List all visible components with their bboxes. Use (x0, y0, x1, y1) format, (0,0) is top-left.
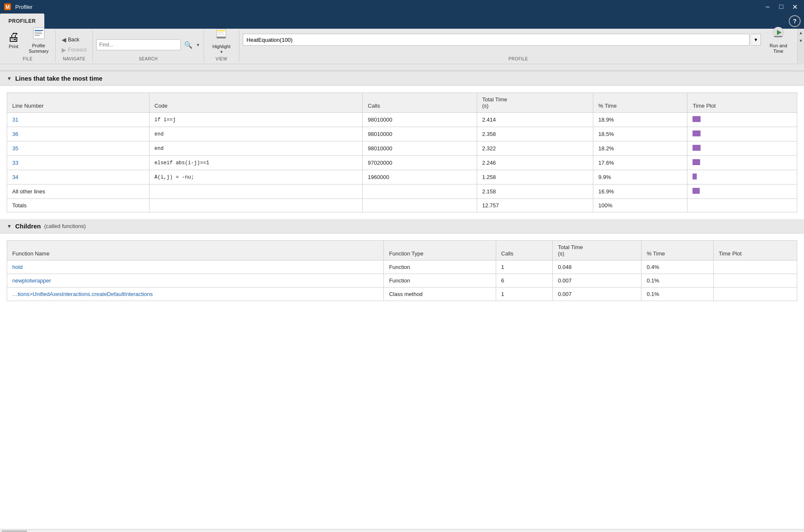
svg-rect-8 (217, 30, 225, 31)
pct-time-cell: 18.9% (593, 113, 687, 127)
line-number-cell[interactable]: 33 (7, 156, 149, 170)
back-label: Back (68, 37, 79, 43)
profile-input[interactable] (243, 34, 750, 46)
profile-group: ▼ Run and Time PROFILE (239, 30, 797, 62)
fn-time-bar-cell (713, 261, 797, 274)
fn-type-cell: Class method (384, 288, 496, 301)
profile-dropdown-button[interactable]: ▼ (751, 34, 761, 46)
table-row: 31 if i==j 98010000 2.414 18.9% (7, 113, 797, 127)
fn-name-cell[interactable]: …tions>UnifiedAxesInteractions.createDef… (7, 288, 384, 301)
search-dropdown-button[interactable]: ▼ (196, 43, 200, 47)
totals-code (149, 199, 362, 212)
fn-calls-cell: 6 (496, 274, 552, 288)
highlight-button[interactable]: Highlight ▼ (207, 26, 236, 56)
maximize-button[interactable]: □ (775, 1, 787, 13)
scrollbar-thumb (2, 530, 27, 532)
totals-bar (687, 199, 797, 212)
table-row: 34 A(i,j) = -nu; 1960000 1.258 9.9% (7, 170, 797, 185)
file-group-label: FILE (23, 56, 33, 62)
view-group: Highlight ▼ VIEW (204, 30, 239, 62)
col-pct-time: % Time (593, 93, 687, 113)
totals-label: Totals (7, 199, 149, 212)
pct-time-cell: 18.2% (593, 141, 687, 156)
children-header-row: Function Name Function Type Calls Total … (7, 241, 797, 261)
calls-cell: 98010000 (363, 113, 477, 127)
ribbon-scroll-up[interactable]: ▲ (797, 29, 804, 37)
children-collapse-arrow: ▼ (7, 223, 12, 229)
view-group-label: VIEW (216, 56, 228, 62)
col-total-time: Total Time(s) (477, 93, 593, 113)
svg-rect-5 (35, 33, 42, 34)
children-section-header[interactable]: ▼ Children (called functions) (0, 219, 804, 233)
run-and-time-button[interactable]: Run and Time (763, 24, 794, 56)
fn-type-cell: Function (384, 261, 496, 274)
time-bar-cell (687, 141, 797, 156)
col-line-number: Line Number (7, 93, 149, 113)
calls-cell: 1960000 (363, 170, 477, 185)
svg-rect-6 (35, 35, 40, 36)
profile-summary-icon (32, 27, 46, 42)
file-group: 🖨 Print Profile Summary (0, 30, 56, 62)
minimize-button[interactable]: – (762, 1, 774, 13)
fn-name-cell[interactable]: newplotwrapper (7, 274, 384, 288)
col-calls: Calls (363, 93, 477, 113)
most-time-header-row: Line Number Code Calls Total Time(s) % T… (7, 93, 797, 113)
col-fn-total-time: Total Time(s) (553, 241, 641, 261)
pct-time-cell: 18.5% (593, 127, 687, 141)
other-pct: 16.9% (593, 185, 687, 199)
code-cell: end (149, 141, 362, 156)
line-number-cell[interactable]: 34 (7, 170, 149, 185)
print-button[interactable]: 🖨 Print (3, 30, 24, 51)
horizontal-scrollbar[interactable] (0, 529, 804, 532)
totals-time: 12.757 (477, 199, 593, 212)
children-title: Children (15, 223, 41, 230)
fn-type-cell: Function (384, 274, 496, 288)
total-time-cell: 2.358 (477, 127, 593, 141)
most-time-table: Line Number Code Calls Total Time(s) % T… (7, 92, 797, 212)
forward-button[interactable]: ▶ Forward (59, 45, 89, 54)
search-button[interactable]: 🔍 (182, 40, 194, 50)
back-icon: ◀ (62, 36, 66, 43)
total-time-cell: 1.258 (477, 170, 593, 185)
pct-time-cell: 17.6% (593, 156, 687, 170)
section-labels-bar: FILE NAVIGATE SEARCH VIEW PROFILE (0, 64, 804, 71)
forward-label: Forward (68, 47, 87, 53)
svg-rect-11 (217, 37, 226, 38)
other-time: 2.158 (477, 185, 593, 199)
other-calls (363, 185, 477, 199)
line-number-cell[interactable]: 31 (7, 113, 149, 127)
fn-name-cell[interactable]: hold (7, 261, 384, 274)
fn-total-time-cell: 0.048 (553, 261, 641, 274)
most-time-title: Lines that take the most time (15, 75, 103, 82)
fn-pct-time-cell: 0.1% (641, 288, 713, 301)
table-row: 33 elseif abs(i-j)==1 97020000 2.246 17.… (7, 156, 797, 170)
fn-calls-cell: 1 (496, 261, 552, 274)
search-group-label: SEARCH (139, 56, 158, 62)
navigate-group: ◀ Back ▶ Forward NAVIGATE (56, 30, 93, 62)
profile-summary-button[interactable]: Profile Summary (25, 25, 52, 56)
back-button[interactable]: ◀ Back (59, 35, 89, 44)
total-time-cell: 2.414 (477, 113, 593, 127)
close-button[interactable]: ✕ (789, 1, 801, 13)
children-subtitle: (called functions) (44, 223, 86, 229)
other-bar (687, 185, 797, 199)
svg-text:M: M (5, 4, 10, 10)
table-row: 35 end 98010000 2.322 18.2% (7, 141, 797, 156)
window-controls: – □ ✕ (762, 1, 801, 13)
col-fn-type: Function Type (384, 241, 496, 261)
code-cell: A(i,j) = -nu; (149, 170, 362, 185)
ribbon-scroll-down[interactable]: ▼ (797, 37, 804, 45)
print-icon: 🖨 (8, 31, 19, 43)
table-row: …tions>UnifiedAxesInteractions.createDef… (7, 288, 797, 301)
ribbon-toolbar: 🖨 Print Profile Summary (0, 29, 797, 64)
pct-time-cell: 9.9% (593, 170, 687, 185)
highlight-svg (215, 27, 228, 40)
col-fn-time-plot: Time Plot (713, 241, 797, 261)
most-time-section-header[interactable]: ▼ Lines that take the most time (0, 71, 804, 86)
line-number-cell[interactable]: 36 (7, 127, 149, 141)
find-input[interactable] (96, 39, 181, 50)
children-table: Function Name Function Type Calls Total … (7, 240, 797, 301)
line-number-cell[interactable]: 35 (7, 141, 149, 156)
calls-cell: 98010000 (363, 127, 477, 141)
profile-group-label: PROFILE (508, 56, 528, 62)
